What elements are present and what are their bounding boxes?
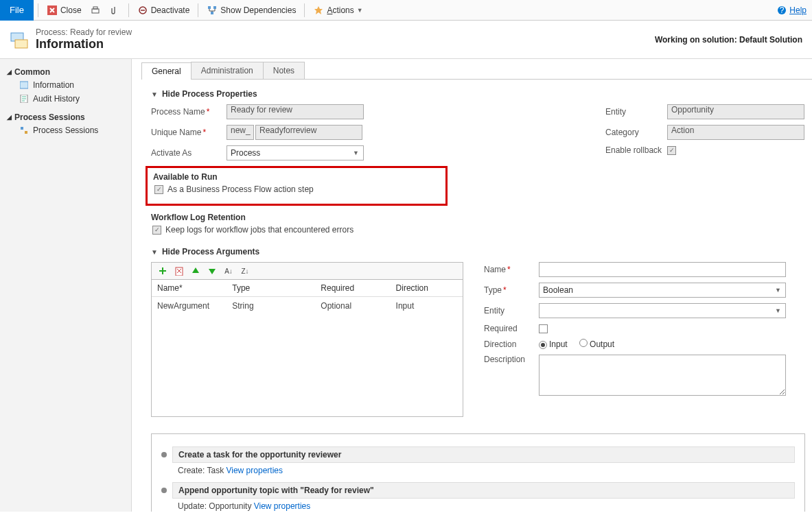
activate-as-select[interactable]: Process	[227, 145, 364, 160]
col-name[interactable]: Name*	[157, 283, 232, 293]
close-icon	[47, 5, 58, 16]
sidebar-head-common-label: Common	[14, 67, 50, 77]
svg-marker-19	[192, 267, 199, 273]
args-grid[interactable]: Name* Type Required Direction NewArgumen…	[151, 280, 463, 417]
triangle-down-icon: ▼	[151, 91, 158, 98]
available-to-run-head: Available to Run	[153, 172, 440, 182]
sidebar-item-information[interactable]: Information	[7, 78, 124, 92]
arg-type-select[interactable]: Boolean	[539, 283, 786, 298]
page-title: Information	[36, 37, 132, 51]
bullet-icon	[161, 488, 167, 493]
breadcrumb: Process: Ready for review	[36, 27, 132, 37]
show-dependencies-button[interactable]: Show Dependencies	[202, 0, 300, 21]
svg-rect-2	[93, 7, 97, 9]
file-menu[interactable]: File	[0, 0, 34, 21]
category-field: Action	[667, 125, 804, 140]
keep-logs-checkbox[interactable]: ✓ Keep logs for workflow jobs that encou…	[152, 225, 448, 235]
header-text: Process: Ready for review Information	[36, 27, 132, 51]
separator	[128, 3, 129, 17]
arg-name-field[interactable]	[539, 262, 786, 277]
section-arguments-label: Hide Process Arguments	[162, 247, 259, 256]
chevron-down-icon: ▼	[357, 7, 363, 14]
section-properties-toggle[interactable]: ▼ Hide Process Properties	[151, 89, 805, 99]
arg-description-field[interactable]	[539, 355, 786, 396]
collapse-icon: ◢	[7, 114, 12, 121]
radio-icon	[579, 339, 588, 347]
process-name-field: Ready for review	[227, 104, 364, 119]
deactivate-button[interactable]: Deactivate	[133, 0, 194, 21]
section-properties: ▼ Hide Process Properties Process Name* …	[151, 89, 805, 237]
step-item: Append opportunity topic with "Ready for…	[161, 482, 795, 512]
sidebar-item-label: Audit History	[33, 94, 80, 104]
arg-description-label: Description	[484, 355, 539, 364]
arg-direction-output[interactable]: Output	[579, 339, 614, 349]
arg-type-label: Type*	[484, 285, 539, 295]
arg-required-checkbox[interactable]	[539, 324, 548, 333]
sort-asc-button[interactable]: A↓	[223, 265, 234, 276]
actions-menu[interactable]: Actions ▼	[309, 0, 367, 21]
col-required[interactable]: Required	[321, 283, 395, 293]
process-icon	[10, 30, 29, 49]
cell-required: Optional	[321, 301, 395, 311]
close-label: Close	[60, 5, 82, 15]
attachment-icon	[109, 5, 120, 16]
sidebar: ◢ Common Information Audit History ◢ Pro…	[0, 59, 132, 512]
help-link[interactable]: ? Help	[771, 5, 812, 16]
section-properties-label: Hide Process Properties	[162, 89, 257, 99]
svg-rect-4	[208, 6, 211, 9]
move-down-button[interactable]	[207, 265, 218, 276]
separator	[38, 3, 38, 17]
enable-rollback-checkbox[interactable]: ✓	[667, 146, 676, 155]
col-direction[interactable]: Direction	[396, 283, 457, 293]
process-name-label: Process Name*	[151, 107, 227, 117]
arg-direction-input[interactable]: Input	[539, 339, 568, 349]
as-bpf-step-label: As a Business Process Flow action step	[167, 184, 314, 194]
sidebar-item-process-sessions[interactable]: Process Sessions	[7, 123, 124, 137]
arg-required-label: Required	[484, 324, 539, 333]
add-arg-button[interactable]	[157, 265, 168, 276]
help-icon: ?	[776, 5, 787, 16]
step-title[interactable]: Append opportunity topic with "Ready for…	[172, 482, 795, 499]
activate-as-label: Activate As	[151, 148, 227, 158]
step-title[interactable]: Create a task for the opportunity review…	[172, 446, 795, 463]
section-arguments-toggle[interactable]: ▼ Hide Process Arguments	[151, 247, 805, 256]
args-grid-row[interactable]: NewArgument String Optional Input	[152, 297, 463, 315]
svg-text:?: ?	[780, 5, 785, 15]
unique-prefix-field: new_	[227, 125, 254, 140]
arg-entity-select[interactable]	[539, 303, 786, 318]
step-detail: Create: Task View properties	[161, 463, 795, 478]
view-properties-link[interactable]: View properties	[226, 466, 283, 475]
sidebar-head-common[interactable]: ◢ Common	[7, 67, 124, 77]
cell-type: String	[232, 301, 321, 311]
svg-rect-17	[159, 270, 166, 272]
svg-rect-6	[211, 12, 213, 14]
sidebar-item-label: Information	[33, 80, 74, 90]
actions-label: Actions	[327, 5, 353, 15]
sidebar-item-audit-history[interactable]: Audit History	[7, 92, 124, 106]
arg-direction-label: Direction	[484, 339, 539, 349]
col-type[interactable]: Type	[232, 283, 321, 293]
toolbar-icon-1[interactable]	[86, 0, 105, 21]
separator	[304, 3, 305, 17]
svg-rect-11	[15, 40, 27, 48]
tab-general[interactable]: General	[141, 62, 192, 80]
delete-arg-button[interactable]	[174, 265, 185, 276]
sidebar-head-sessions[interactable]: ◢ Process Sessions	[7, 112, 124, 122]
view-properties-link[interactable]: View properties	[254, 501, 311, 511]
deactivate-icon	[137, 5, 148, 16]
as-bpf-step-checkbox[interactable]: ✓ As a Business Process Flow action step	[154, 184, 440, 194]
tab-notes[interactable]: Notes	[263, 62, 305, 79]
svg-rect-5	[213, 6, 216, 9]
close-button[interactable]: Close	[43, 0, 86, 21]
toolbar-icon-2[interactable]	[105, 0, 124, 21]
triangle-down-icon: ▼	[151, 248, 158, 256]
svg-marker-7	[314, 6, 323, 14]
tab-administration[interactable]: Administration	[191, 62, 264, 79]
sessions-icon	[19, 126, 29, 135]
sidebar-item-label: Process Sessions	[33, 126, 98, 135]
arg-properties: Name* Type* Boolean Entity Required	[484, 262, 800, 417]
move-up-button[interactable]	[190, 265, 201, 276]
log-retention-head: Workflow Log Retention	[151, 213, 448, 222]
sort-desc-button[interactable]: Z↓	[240, 265, 251, 276]
available-to-run-highlight: Available to Run ✓ As a Business Process…	[146, 166, 448, 206]
